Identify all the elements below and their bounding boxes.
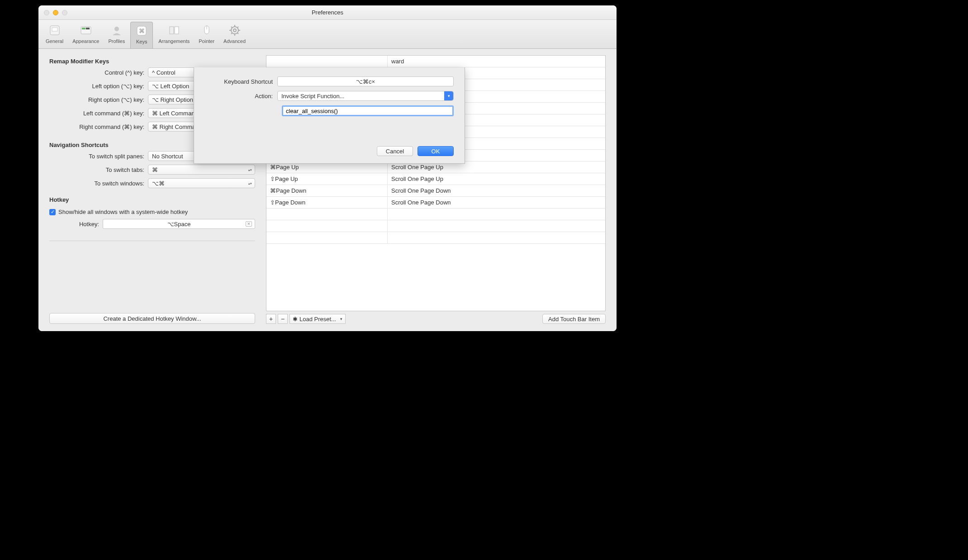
svg-line-18	[231, 27, 232, 28]
script-input[interactable]	[282, 105, 454, 116]
svg-rect-9	[175, 27, 179, 34]
tab-profiles[interactable]: Profiles	[104, 22, 128, 48]
shortcut-field[interactable]: ⌥⌘c ×	[277, 76, 454, 86]
cell-shortcut: ⇧Page Down	[266, 197, 388, 208]
gear-icon	[228, 23, 242, 38]
svg-text:⌘: ⌘	[139, 28, 145, 34]
modal-action-row: Action: Invoke Script Function... ▾	[205, 91, 454, 101]
svg-line-20	[231, 33, 232, 34]
table-row[interactable]: ward	[266, 56, 605, 67]
cell-shortcut	[266, 56, 388, 67]
cell-shortcut: ⌘Page Down	[266, 185, 388, 196]
cell-shortcut: ⇧Page Up	[266, 173, 388, 185]
modal-shortcut-row: Keyboard Shortcut ⌥⌘c ×	[205, 76, 454, 86]
cell-shortcut	[266, 209, 388, 220]
hotkey-checkbox-label: Show/hide all windows with a system-wide…	[58, 209, 188, 215]
nav-tabs: To switch tabs: ⌘▴▾	[49, 165, 255, 175]
table-row[interactable]: ⇧Page DownScroll One Page Down	[266, 197, 605, 209]
dropdown-cap-icon: ▾	[444, 91, 453, 100]
nav-tabs-select[interactable]: ⌘▴▾	[148, 165, 255, 175]
table-row[interactable]	[266, 220, 605, 232]
chevron-down-icon: ▾	[340, 317, 342, 321]
nav-windows: To switch windows: ⌥⌘▴▾	[49, 178, 255, 188]
tab-advanced[interactable]: Advanced	[220, 22, 249, 48]
svg-point-5	[114, 27, 119, 31]
svg-point-12	[231, 27, 238, 34]
svg-rect-8	[170, 27, 174, 34]
cell-shortcut	[266, 232, 388, 243]
svg-point-13	[233, 29, 236, 32]
keys-icon: ⌘	[134, 24, 149, 38]
table-footer: + − ✱ Load Preset... ▾ Add Touch Bar Ite…	[266, 314, 606, 324]
cell-action: Scroll One Page Up	[388, 164, 605, 171]
hotkey-checkbox[interactable]: ✓	[49, 209, 56, 215]
general-icon	[47, 23, 62, 38]
gear-icon: ✱	[293, 316, 298, 323]
modal-buttons: Cancel OK	[205, 146, 454, 156]
toolbar: General Appearance Profiles ⌘ Keys Arran…	[38, 20, 617, 49]
appearance-icon	[79, 23, 93, 38]
table-row[interactable]	[266, 209, 605, 220]
preferences-window: Preferences General Appearance Profiles …	[38, 5, 617, 331]
cell-action: Scroll One Page Down	[388, 187, 605, 194]
clear-icon[interactable]: ×	[246, 221, 252, 227]
add-mapping-button[interactable]: +	[266, 314, 276, 324]
table-row[interactable]: ⌘Page DownScroll One Page Down	[266, 185, 605, 197]
action-select[interactable]: Invoke Script Function... ▾	[277, 91, 454, 101]
load-preset-button[interactable]: ✱ Load Preset... ▾	[289, 314, 346, 324]
create-hotkey-window-button[interactable]: Create a Dedicated Hotkey Window...	[49, 313, 255, 324]
window-title: Preferences	[38, 9, 617, 16]
remove-mapping-button[interactable]: −	[278, 314, 288, 324]
hotkey-field[interactable]: ⌥Space ×	[103, 219, 255, 229]
cell-action: ward	[388, 58, 605, 65]
svg-line-19	[237, 33, 238, 34]
clear-icon[interactable]: ×	[371, 78, 375, 85]
cell-shortcut	[266, 220, 388, 232]
titlebar: Preferences	[38, 5, 617, 20]
tab-general[interactable]: General	[42, 22, 67, 48]
tab-appearance[interactable]: Appearance	[69, 22, 103, 48]
cell-action: Scroll One Page Up	[388, 176, 605, 182]
pointer-icon	[199, 23, 214, 38]
svg-rect-4	[86, 28, 90, 29]
profiles-icon	[109, 23, 124, 38]
stepper-icon: ▴▾	[248, 169, 253, 171]
tab-keys[interactable]: ⌘ Keys	[130, 22, 153, 48]
ok-button[interactable]: OK	[418, 146, 454, 156]
add-touchbar-button[interactable]: Add Touch Bar Item	[542, 314, 606, 324]
svg-rect-3	[82, 28, 85, 29]
arrangements-icon	[167, 23, 181, 38]
tab-arrangements[interactable]: Arrangements	[155, 22, 193, 48]
svg-line-21	[237, 27, 238, 28]
table-row[interactable]: ⇧Page UpScroll One Page Up	[266, 173, 605, 185]
remap-title: Remap Modifier Keys	[49, 58, 255, 65]
stepper-icon: ▴▾	[248, 182, 253, 185]
hotkey-title: Hotkey	[49, 196, 255, 203]
edit-key-mapping-sheet: Keyboard Shortcut ⌥⌘c × Action: Invoke S…	[194, 67, 465, 164]
hotkey-row: Hotkey: ⌥Space ×	[49, 219, 255, 229]
tab-pointer[interactable]: Pointer	[195, 22, 218, 48]
svg-rect-1	[52, 28, 57, 31]
table-row[interactable]	[266, 232, 605, 244]
cancel-button[interactable]: Cancel	[377, 146, 413, 156]
cell-action: Scroll One Page Down	[388, 199, 605, 206]
nav-windows-select[interactable]: ⌥⌘▴▾	[148, 178, 255, 188]
hotkey-checkbox-row[interactable]: ✓ Show/hide all windows with a system-wi…	[49, 209, 255, 215]
